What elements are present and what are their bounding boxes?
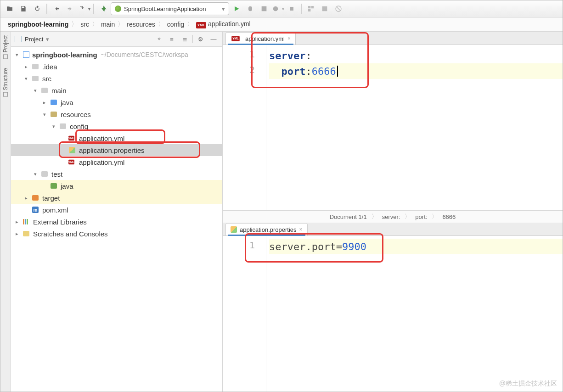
tree-scratches[interactable]: ▸Scratches and Consoles (11, 228, 222, 240)
status-key1: server: (382, 213, 400, 220)
separator (46, 4, 47, 14)
structure-tool-tab[interactable]: Structure (2, 68, 9, 97)
tree-dir-java-test[interactable]: java (11, 180, 222, 192)
project-title: Project (25, 36, 43, 43)
status-doc: Document 1/1 (330, 213, 367, 220)
editor-tabbar-top: YML application.yml × (223, 32, 563, 45)
layout-icon[interactable] (304, 2, 317, 15)
project-header: Project ▾ ⌖ ≡ ≣ ⚙ — (11, 32, 222, 47)
tree-dir-target[interactable]: ▸target (11, 192, 222, 204)
editor-properties[interactable]: 1 server.port=9900 (223, 236, 563, 392)
tree-dir-test[interactable]: ▾test (11, 168, 222, 180)
crumb-file[interactable]: YMLapplication.yml (193, 20, 253, 28)
run-icon[interactable] (230, 2, 243, 15)
gutter: 1 (223, 236, 266, 392)
back-icon[interactable] (50, 2, 63, 15)
project-tool-tab[interactable]: Project (2, 35, 9, 59)
status-val: 6666 (442, 213, 456, 220)
close-icon[interactable]: × (299, 226, 303, 233)
tree-file-app-yml-config[interactable]: YMLapplication.yml (11, 132, 222, 144)
separator (93, 4, 94, 14)
save-icon[interactable] (17, 2, 30, 15)
build-icon[interactable] (97, 2, 110, 15)
tree-dir-src[interactable]: ▾src (11, 73, 222, 84)
editor-tabbar-bottom: application.properties × (223, 223, 563, 236)
separator (301, 4, 302, 14)
caret (337, 66, 338, 77)
crumb-root[interactable]: springboot-learning (5, 21, 71, 28)
yml-icon: YML (231, 36, 240, 41)
project-view-icon (15, 36, 22, 42)
tree-dir-idea[interactable]: ▸.idea (11, 61, 222, 73)
forward-icon[interactable] (64, 2, 77, 15)
svg-point-0 (273, 6, 278, 11)
run-config-select[interactable]: SpringBootLearningApplication ▾ (111, 2, 229, 15)
editor-area: YML application.yml × 1 2 server: port: … (223, 32, 563, 392)
tab-application-yml[interactable]: YML application.yml × (225, 32, 296, 45)
collapse-all-icon[interactable]: ≣ (180, 34, 190, 44)
crumb[interactable]: src (78, 21, 92, 28)
tab-label: application.yml (245, 35, 285, 42)
svg-rect-1 (290, 7, 293, 11)
gutter: 1 2 (223, 45, 266, 210)
code-area[interactable]: server: port: 6666 (266, 45, 563, 210)
crumb[interactable]: resources (124, 21, 158, 28)
expand-all-icon[interactable]: ≡ (167, 34, 177, 44)
tree-dir-java[interactable]: ▸java (11, 96, 222, 108)
spring-icon (115, 6, 121, 12)
tree-file-app-properties[interactable]: application.properties (11, 144, 222, 156)
tree-dir-main[interactable]: ▾main (11, 84, 222, 96)
profile-icon[interactable] (271, 2, 284, 15)
project-tree[interactable]: ▾springboot-learning~/Documents/CESTC/wo… (11, 47, 222, 392)
body: Project Structure Project ▾ ⌖ ≡ ≣ ⚙ — ▾s… (0, 32, 563, 392)
image-icon[interactable] (318, 2, 331, 15)
breadcrumb: springboot-learning〉 src〉 main〉 resource… (0, 17, 563, 32)
debug-icon[interactable] (244, 2, 257, 15)
coverage-icon[interactable] (258, 2, 270, 15)
tree-dir-resources[interactable]: ▾resources (11, 108, 222, 120)
properties-icon (231, 226, 237, 233)
locate-icon[interactable]: ⌖ (154, 34, 164, 44)
watermark: @稀土掘金技术社区 (499, 380, 557, 388)
close-icon[interactable]: × (287, 35, 291, 42)
tree-dir-config[interactable]: ▾config (11, 120, 222, 132)
gear-icon[interactable]: ⚙ (196, 34, 206, 44)
chevron-down-icon[interactable]: ▾ (46, 36, 49, 43)
left-tool-strip: Project Structure (0, 32, 11, 392)
open-icon[interactable] (3, 2, 16, 15)
tree-file-app-yml-res[interactable]: YMLapplication.yml (11, 156, 222, 168)
crumb[interactable]: main (98, 21, 118, 28)
run-config-label: SpringBootLearningApplication (124, 6, 206, 12)
crumb[interactable]: config (164, 21, 187, 28)
chevron-down-icon: ▾ (222, 6, 225, 12)
stop-icon[interactable] (285, 2, 298, 15)
app-window: SpringBootLearningApplication ▾ springbo… (0, 0, 563, 392)
refresh-icon[interactable] (31, 2, 44, 15)
disabled-icon[interactable] (332, 2, 345, 15)
tree-external-libs[interactable]: ▸External Libraries (11, 216, 222, 228)
tree-file-pom[interactable]: mpom.xml (11, 204, 222, 216)
tab-label: application.properties (240, 226, 297, 233)
tree-root[interactable]: ▾springboot-learning~/Documents/CESTC/wo… (11, 49, 222, 61)
hide-icon[interactable]: — (208, 34, 219, 44)
yml-icon: YML (196, 22, 206, 28)
project-panel: Project ▾ ⌖ ≡ ≣ ⚙ — ▾springboot-learning… (11, 32, 223, 392)
code-area[interactable]: server.port=9900 (266, 236, 563, 392)
main-toolbar: SpringBootLearningApplication ▾ (0, 0, 563, 17)
tab-application-properties[interactable]: application.properties × (225, 223, 308, 235)
vcs-icon[interactable] (78, 2, 90, 15)
editor-yml[interactable]: 1 2 server: port: 6666 (223, 45, 563, 210)
editor-statusbar: Document 1/1〉 server:〉 port:〉 6666 (223, 210, 563, 223)
status-key2: port: (415, 213, 427, 220)
